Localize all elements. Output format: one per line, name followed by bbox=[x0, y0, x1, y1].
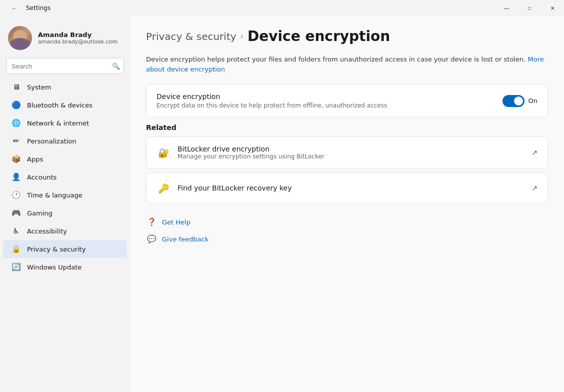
link-icon-get-help: ❓ bbox=[146, 216, 157, 228]
search-input[interactable] bbox=[6, 58, 124, 74]
device-encryption-desc: Encrypt data on this device to help prot… bbox=[156, 102, 387, 109]
related-card-0[interactable]: 🔐 BitLocker drive encryption Manage your… bbox=[146, 136, 548, 168]
user-card[interactable]: Amanda Brady amanda.brady@outlook.com bbox=[0, 20, 130, 58]
app-container: Amanda Brady amanda.brady@outlook.com 🔍 … bbox=[0, 16, 564, 392]
breadcrumb-separator: › bbox=[240, 32, 244, 41]
sidebar-item-apps[interactable]: 📦 Apps bbox=[3, 150, 127, 168]
sidebar-item-personalization[interactable]: ✏ Personalization bbox=[3, 132, 127, 150]
sidebar-item-label-accessibility: Accessibility bbox=[27, 228, 67, 235]
links-section: ❓ Get Help 💬 Give feedback bbox=[146, 214, 548, 248]
back-button[interactable]: ← bbox=[6, 0, 22, 16]
search-box: 🔍 bbox=[6, 58, 124, 74]
related-card-1[interactable]: 🔑 Find your BitLocker recovery key ↗ bbox=[146, 172, 548, 204]
main-content: Privacy & security › Device encryption D… bbox=[130, 16, 564, 392]
maximize-button[interactable]: □ bbox=[518, 0, 541, 16]
bluetooth-icon: 🔵 bbox=[11, 100, 21, 110]
device-encryption-name: Device encryption bbox=[156, 92, 387, 100]
external-icon-0: ↗ bbox=[532, 148, 538, 156]
link-item-get-help[interactable]: ❓ Get Help bbox=[146, 214, 548, 230]
sidebar-item-time[interactable]: 🕐 Time & language bbox=[3, 186, 127, 204]
related-label: Related bbox=[146, 124, 548, 132]
sidebar-item-bluetooth[interactable]: 🔵 Bluetooth & devices bbox=[3, 96, 127, 114]
gaming-icon: 🎮 bbox=[11, 208, 21, 218]
link-icon-give-feedback: 💬 bbox=[146, 234, 157, 244]
apps-icon: 📦 bbox=[11, 154, 21, 164]
sidebar-item-label-personalization: Personalization bbox=[27, 138, 76, 145]
sidebar-item-label-time: Time & language bbox=[27, 192, 82, 199]
toggle-label: On bbox=[528, 97, 538, 104]
link-item-give-feedback[interactable]: 💬 Give feedback bbox=[146, 230, 548, 248]
sidebar-item-label-bluetooth: Bluetooth & devices bbox=[27, 102, 92, 109]
related-icon-1: 🔑 bbox=[156, 181, 170, 195]
time-icon: 🕐 bbox=[11, 190, 21, 200]
link-text-give-feedback[interactable]: Give feedback bbox=[162, 236, 208, 243]
sidebar-item-label-network: Network & internet bbox=[27, 120, 89, 127]
avatar bbox=[8, 26, 32, 50]
sidebar-item-label-windows-update: Windows Update bbox=[27, 264, 82, 271]
close-button[interactable]: ✕ bbox=[541, 0, 564, 16]
accessibility-icon: ♿ bbox=[11, 226, 21, 236]
sidebar-item-label-accounts: Accounts bbox=[27, 174, 56, 181]
device-encryption-card: Device encryption Encrypt data on this d… bbox=[146, 84, 548, 118]
device-encryption-info: Device encryption Encrypt data on this d… bbox=[156, 92, 387, 109]
links-list: ❓ Get Help 💬 Give feedback bbox=[146, 214, 548, 248]
sidebar-item-label-system: System bbox=[27, 84, 51, 91]
sidebar-item-accessibility[interactable]: ♿ Accessibility bbox=[3, 222, 127, 240]
encryption-toggle-wrap: On bbox=[502, 95, 538, 107]
related-desc-0: Manage your encryption settings using Bi… bbox=[178, 153, 324, 160]
sidebar-item-system[interactable]: 🖥 System bbox=[3, 78, 127, 96]
nav-list: 🖥 System 🔵 Bluetooth & devices 🌐 Network… bbox=[0, 78, 130, 276]
window-controls: — □ ✕ bbox=[495, 0, 564, 16]
sidebar-item-windows-update[interactable]: 🔄 Windows Update bbox=[3, 258, 127, 276]
user-info: Amanda Brady amanda.brady@outlook.com bbox=[38, 31, 122, 45]
related-name-0: BitLocker drive encryption bbox=[178, 145, 324, 153]
encryption-toggle[interactable] bbox=[502, 95, 524, 107]
related-icon-0: 🔐 bbox=[156, 146, 170, 160]
related-list: 🔐 BitLocker drive encryption Manage your… bbox=[146, 136, 548, 204]
search-icon: 🔍 bbox=[112, 62, 120, 70]
personalization-icon: ✏ bbox=[11, 136, 21, 146]
user-email: amanda.brady@outlook.com bbox=[38, 38, 122, 45]
system-icon: 🖥 bbox=[11, 82, 21, 92]
privacy-icon: 🔒 bbox=[11, 244, 21, 254]
sidebar-item-label-apps: Apps bbox=[27, 156, 43, 163]
user-name: Amanda Brady bbox=[38, 31, 122, 38]
sidebar: Amanda Brady amanda.brady@outlook.com 🔍 … bbox=[0, 16, 130, 392]
network-icon: 🌐 bbox=[11, 118, 21, 128]
sidebar-item-label-privacy: Privacy & security bbox=[27, 246, 86, 253]
sidebar-item-accounts[interactable]: 👤 Accounts bbox=[3, 168, 127, 186]
windows-update-icon: 🔄 bbox=[11, 262, 21, 272]
toggle-knob bbox=[514, 96, 523, 106]
page-description: Device encryption helps protect your fil… bbox=[146, 54, 548, 74]
sidebar-item-gaming[interactable]: 🎮 Gaming bbox=[3, 204, 127, 222]
related-name-1: Find your BitLocker recovery key bbox=[178, 184, 292, 192]
accounts-icon: 👤 bbox=[11, 172, 21, 182]
breadcrumb-parent: Privacy & security bbox=[146, 30, 236, 42]
sidebar-item-network[interactable]: 🌐 Network & internet bbox=[3, 114, 127, 132]
minimize-button[interactable]: — bbox=[495, 0, 518, 16]
window-title: Settings bbox=[26, 4, 50, 12]
breadcrumb: Privacy & security › Device encryption bbox=[146, 28, 548, 44]
breadcrumb-current: Device encryption bbox=[248, 28, 390, 44]
external-icon-1: ↗ bbox=[532, 184, 538, 192]
link-text-get-help[interactable]: Get Help bbox=[162, 218, 190, 226]
sidebar-item-privacy[interactable]: 🔒 Privacy & security bbox=[3, 240, 127, 258]
sidebar-item-label-gaming: Gaming bbox=[27, 210, 52, 217]
titlebar: ← Settings — □ ✕ bbox=[0, 0, 564, 16]
